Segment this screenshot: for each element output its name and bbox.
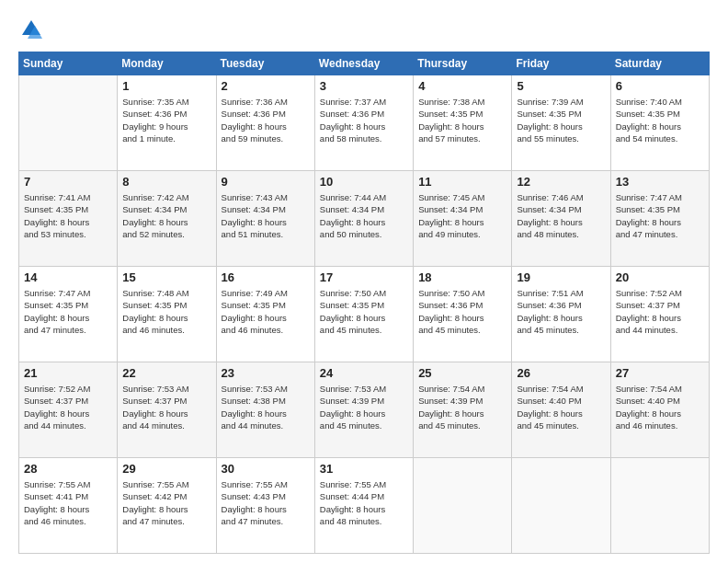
day-number: 14 bbox=[24, 270, 112, 284]
day-number: 30 bbox=[222, 462, 310, 476]
col-header-sunday: Sunday bbox=[19, 52, 118, 75]
calendar-cell: 11Sunrise: 7:45 AMSunset: 4:34 PMDayligh… bbox=[414, 171, 512, 267]
day-number: 6 bbox=[616, 79, 704, 93]
day-info: Sunrise: 7:55 AMSunset: 4:42 PMDaylight:… bbox=[122, 478, 210, 527]
calendar-cell bbox=[512, 458, 610, 554]
day-info: Sunrise: 7:36 AMSunset: 4:36 PMDaylight:… bbox=[222, 96, 310, 144]
calendar-cell: 1Sunrise: 7:35 AMSunset: 4:36 PMDaylight… bbox=[118, 75, 216, 171]
calendar-cell: 18Sunrise: 7:50 AMSunset: 4:36 PMDayligh… bbox=[414, 267, 512, 362]
calendar-cell: 26Sunrise: 7:54 AMSunset: 4:40 PMDayligh… bbox=[512, 362, 610, 458]
calendar-cell: 31Sunrise: 7:55 AMSunset: 4:44 PMDayligh… bbox=[314, 458, 413, 554]
calendar-cell: 24Sunrise: 7:53 AMSunset: 4:39 PMDayligh… bbox=[314, 362, 413, 458]
calendar-cell: 2Sunrise: 7:36 AMSunset: 4:36 PMDaylight… bbox=[216, 75, 314, 171]
day-info: Sunrise: 7:53 AMSunset: 4:38 PMDaylight:… bbox=[222, 383, 310, 431]
calendar-cell: 20Sunrise: 7:52 AMSunset: 4:37 PMDayligh… bbox=[610, 267, 709, 362]
calendar-cell: 23Sunrise: 7:53 AMSunset: 4:38 PMDayligh… bbox=[216, 362, 314, 458]
calendar-cell: 12Sunrise: 7:46 AMSunset: 4:34 PMDayligh… bbox=[512, 171, 610, 267]
day-info: Sunrise: 7:45 AMSunset: 4:34 PMDaylight:… bbox=[418, 191, 506, 240]
day-number: 7 bbox=[24, 175, 112, 189]
day-info: Sunrise: 7:37 AMSunset: 4:36 PMDaylight:… bbox=[320, 96, 408, 144]
day-number: 8 bbox=[122, 175, 210, 189]
day-number: 29 bbox=[122, 462, 210, 476]
day-number: 11 bbox=[418, 175, 506, 189]
calendar-cell bbox=[610, 458, 709, 554]
day-info: Sunrise: 7:50 AMSunset: 4:36 PMDaylight:… bbox=[418, 287, 506, 336]
day-number: 10 bbox=[320, 175, 408, 189]
calendar-cell: 30Sunrise: 7:55 AMSunset: 4:43 PMDayligh… bbox=[216, 458, 314, 554]
day-info: Sunrise: 7:50 AMSunset: 4:35 PMDaylight:… bbox=[320, 287, 408, 336]
day-number: 1 bbox=[122, 79, 210, 93]
day-number: 16 bbox=[222, 270, 310, 284]
day-info: Sunrise: 7:38 AMSunset: 4:35 PMDaylight:… bbox=[418, 96, 506, 144]
day-info: Sunrise: 7:40 AMSunset: 4:35 PMDaylight:… bbox=[616, 96, 704, 144]
page: SundayMondayTuesdayWednesdayThursdayFrid… bbox=[0, 0, 728, 563]
calendar-cell: 15Sunrise: 7:48 AMSunset: 4:35 PMDayligh… bbox=[118, 267, 216, 362]
day-info: Sunrise: 7:35 AMSunset: 4:36 PMDaylight:… bbox=[122, 96, 210, 144]
day-number: 5 bbox=[517, 79, 605, 93]
header bbox=[18, 17, 710, 42]
day-number: 21 bbox=[24, 366, 112, 380]
day-number: 2 bbox=[222, 79, 310, 93]
calendar-table: SundayMondayTuesdayWednesdayThursdayFrid… bbox=[18, 52, 710, 554]
day-info: Sunrise: 7:43 AMSunset: 4:34 PMDaylight:… bbox=[222, 191, 310, 240]
calendar-week-row: 7Sunrise: 7:41 AMSunset: 4:35 PMDaylight… bbox=[19, 171, 710, 267]
day-info: Sunrise: 7:47 AMSunset: 4:35 PMDaylight:… bbox=[24, 287, 112, 336]
day-info: Sunrise: 7:55 AMSunset: 4:44 PMDaylight:… bbox=[320, 478, 408, 527]
day-info: Sunrise: 7:44 AMSunset: 4:34 PMDaylight:… bbox=[320, 191, 408, 240]
col-header-saturday: Saturday bbox=[610, 52, 709, 75]
day-info: Sunrise: 7:51 AMSunset: 4:36 PMDaylight:… bbox=[517, 287, 605, 336]
day-info: Sunrise: 7:42 AMSunset: 4:34 PMDaylight:… bbox=[122, 191, 210, 240]
day-info: Sunrise: 7:54 AMSunset: 4:39 PMDaylight:… bbox=[418, 383, 506, 431]
day-number: 15 bbox=[122, 270, 210, 284]
day-info: Sunrise: 7:52 AMSunset: 4:37 PMDaylight:… bbox=[24, 383, 112, 431]
calendar-cell: 9Sunrise: 7:43 AMSunset: 4:34 PMDaylight… bbox=[216, 171, 314, 267]
day-number: 28 bbox=[24, 462, 112, 476]
day-info: Sunrise: 7:55 AMSunset: 4:41 PMDaylight:… bbox=[24, 478, 112, 527]
day-info: Sunrise: 7:55 AMSunset: 4:43 PMDaylight:… bbox=[222, 478, 310, 527]
col-header-tuesday: Tuesday bbox=[216, 52, 314, 75]
day-number: 20 bbox=[616, 270, 704, 284]
calendar-cell: 22Sunrise: 7:53 AMSunset: 4:37 PMDayligh… bbox=[118, 362, 216, 458]
calendar-cell: 6Sunrise: 7:40 AMSunset: 4:35 PMDaylight… bbox=[610, 75, 709, 171]
day-info: Sunrise: 7:39 AMSunset: 4:35 PMDaylight:… bbox=[517, 96, 605, 144]
logo bbox=[18, 17, 48, 42]
day-number: 3 bbox=[320, 79, 408, 93]
calendar-cell: 3Sunrise: 7:37 AMSunset: 4:36 PMDaylight… bbox=[314, 75, 413, 171]
calendar-header-row: SundayMondayTuesdayWednesdayThursdayFrid… bbox=[19, 52, 710, 75]
day-number: 19 bbox=[517, 270, 605, 284]
calendar-cell bbox=[19, 75, 118, 171]
calendar-cell bbox=[414, 458, 512, 554]
calendar-cell: 17Sunrise: 7:50 AMSunset: 4:35 PMDayligh… bbox=[314, 267, 413, 362]
calendar-cell: 5Sunrise: 7:39 AMSunset: 4:35 PMDaylight… bbox=[512, 75, 610, 171]
day-info: Sunrise: 7:53 AMSunset: 4:37 PMDaylight:… bbox=[122, 383, 210, 431]
calendar-week-row: 21Sunrise: 7:52 AMSunset: 4:37 PMDayligh… bbox=[19, 362, 710, 458]
day-number: 31 bbox=[320, 462, 408, 476]
calendar-cell: 16Sunrise: 7:49 AMSunset: 4:35 PMDayligh… bbox=[216, 267, 314, 362]
calendar-cell: 21Sunrise: 7:52 AMSunset: 4:37 PMDayligh… bbox=[19, 362, 118, 458]
col-header-wednesday: Wednesday bbox=[314, 52, 413, 75]
day-info: Sunrise: 7:54 AMSunset: 4:40 PMDaylight:… bbox=[616, 383, 704, 431]
day-number: 9 bbox=[222, 175, 310, 189]
calendar-cell: 25Sunrise: 7:54 AMSunset: 4:39 PMDayligh… bbox=[414, 362, 512, 458]
day-info: Sunrise: 7:53 AMSunset: 4:39 PMDaylight:… bbox=[320, 383, 408, 431]
col-header-thursday: Thursday bbox=[414, 52, 512, 75]
col-header-monday: Monday bbox=[118, 52, 216, 75]
calendar-cell: 10Sunrise: 7:44 AMSunset: 4:34 PMDayligh… bbox=[314, 171, 413, 267]
day-number: 12 bbox=[517, 175, 605, 189]
day-info: Sunrise: 7:41 AMSunset: 4:35 PMDaylight:… bbox=[24, 191, 112, 240]
day-info: Sunrise: 7:49 AMSunset: 4:35 PMDaylight:… bbox=[222, 287, 310, 336]
day-number: 25 bbox=[418, 366, 506, 380]
day-info: Sunrise: 7:54 AMSunset: 4:40 PMDaylight:… bbox=[517, 383, 605, 431]
calendar-cell: 27Sunrise: 7:54 AMSunset: 4:40 PMDayligh… bbox=[610, 362, 709, 458]
day-info: Sunrise: 7:48 AMSunset: 4:35 PMDaylight:… bbox=[122, 287, 210, 336]
day-number: 27 bbox=[616, 366, 704, 380]
day-number: 13 bbox=[616, 175, 704, 189]
calendar-cell: 19Sunrise: 7:51 AMSunset: 4:36 PMDayligh… bbox=[512, 267, 610, 362]
calendar-cell: 13Sunrise: 7:47 AMSunset: 4:35 PMDayligh… bbox=[610, 171, 709, 267]
calendar-week-row: 1Sunrise: 7:35 AMSunset: 4:36 PMDaylight… bbox=[19, 75, 710, 171]
day-number: 23 bbox=[222, 366, 310, 380]
calendar-week-row: 28Sunrise: 7:55 AMSunset: 4:41 PMDayligh… bbox=[19, 458, 710, 554]
day-number: 18 bbox=[418, 270, 506, 284]
col-header-friday: Friday bbox=[512, 52, 610, 75]
day-number: 4 bbox=[418, 79, 506, 93]
